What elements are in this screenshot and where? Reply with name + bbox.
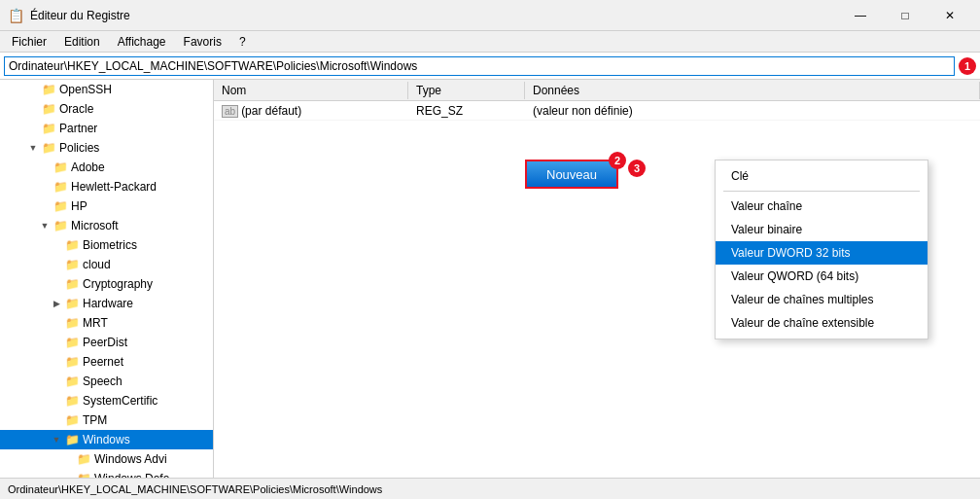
tree-item[interactable]: 📁Windows Advi [0,449,213,469]
tree-toggle-icon [39,200,51,212]
tree-label: Hewlett-Packard [71,180,157,194]
folder-icon: 📁 [65,413,80,427]
minimize-button[interactable]: — [838,0,883,31]
tree-item[interactable]: 📁MRT [0,313,213,333]
cell-data: (valeur non définie) [525,102,980,120]
context-menu-item[interactable]: Valeur chaîne [716,195,928,218]
folder-icon: 📁 [65,374,80,388]
tree-toggle-icon [39,161,51,173]
app-icon: 📋 [8,8,24,23]
folder-icon: 📁 [65,297,80,310]
tree-item[interactable]: 📁Biometrics [0,235,213,255]
status-bar: Ordinateur\HKEY_LOCAL_MACHINE\SOFTWARE\P… [0,478,980,499]
tree-item[interactable]: ▼📁Microsoft [0,216,213,235]
tree-item[interactable]: 📁Speech [0,372,213,391]
context-menu-separator [723,191,920,192]
context-menu-item[interactable]: Valeur de chaînes multiples [716,288,928,311]
tree-toggle-icon [51,337,62,348]
tree-item[interactable]: 📁Windows Defe [0,469,213,478]
tree-label: HP [71,199,88,213]
cell-name: ab(par défaut) [214,102,408,120]
context-menu-item[interactable]: Clé [716,164,928,188]
tree-label: MRT [83,316,108,330]
folder-icon: 📁 [42,83,56,96]
close-button[interactable]: ✕ [928,0,972,31]
tree-label: Biometrics [83,238,137,252]
tree-item[interactable]: 📁HP [0,196,213,216]
context-menu-item[interactable]: Valeur QWORD (64 bits) [716,265,928,288]
folder-icon: 📁 [65,238,80,252]
context-menu-item[interactable]: Valeur binaire [716,218,928,241]
badge-2: 2 [609,152,626,169]
tree-toggle-icon [27,84,39,95]
window-controls: — □ ✕ [838,0,972,31]
folder-icon: 📁 [77,472,91,478]
tree-item[interactable]: 📁Hewlett-Packard [0,177,213,196]
folder-icon: 📁 [65,394,80,408]
tree-item[interactable]: 📁PeerDist [0,333,213,352]
sidebar: 📁OpenSSH📁Oracle📁Partner▼📁Policies📁Adobe📁… [0,80,214,478]
context-menu-container: Nouveau 2 CléValeur chaîneValeur binaire… [525,160,618,189]
badge-3: 3 [628,160,646,177]
tree-label: Policies [59,141,99,155]
folder-icon: 📁 [77,452,91,466]
tree-item[interactable]: 📁TPM [0,410,213,430]
context-menu: CléValeur chaîneValeur binaireValeur DWO… [715,160,928,339]
status-text: Ordinateur\HKEY_LOCAL_MACHINE\SOFTWARE\P… [8,483,382,495]
menu-item-affichage[interactable]: Affichage [110,33,174,51]
tree-item[interactable]: 📁Cryptography [0,274,213,294]
folder-icon: 📁 [65,336,80,349]
tree-item[interactable]: 📁cloud [0,255,213,274]
folder-icon: 📁 [42,141,56,155]
context-menu-item[interactable]: Valeur DWORD 32 bits [716,241,928,265]
menu-item-favoris[interactable]: Favoris [176,33,229,51]
tree-toggle-icon [51,239,62,251]
menu-item-fichier[interactable]: Fichier [4,33,54,51]
tree-toggle-icon [27,123,39,134]
tree-toggle-icon: ▼ [51,434,62,446]
menu-item-edition[interactable]: Edition [56,33,108,51]
folder-icon: 📁 [53,180,68,194]
menu-item-?[interactable]: ? [231,33,254,51]
context-menu-item[interactable]: Valeur de chaîne extensible [716,311,928,335]
tree-item[interactable]: ▼📁Windows [0,430,213,449]
tree-toggle-icon [51,395,62,407]
tree-label: Windows Defe [94,472,169,478]
tree-toggle-icon [27,103,39,115]
tree-label: Windows [83,433,130,446]
tree-item[interactable]: ▶📁Hardware [0,294,213,313]
main-layout: 📁OpenSSH📁Oracle📁Partner▼📁Policies📁Adobe📁… [0,80,980,478]
tree-item[interactable]: 📁Partner [0,119,213,138]
tree-toggle-icon [51,278,62,290]
tree-item[interactable]: 📁Adobe [0,158,213,177]
table-row[interactable]: ab(par défaut)REG_SZ(valeur non définie) [214,101,980,121]
tree-toggle-icon [51,356,62,368]
content-area: NomTypeDonnées ab(par défaut)REG_SZ(vale… [214,80,980,478]
tree-item[interactable]: 📁Peernet [0,352,213,372]
nouveau-button[interactable]: Nouveau [525,160,618,189]
tree-toggle-icon [51,414,62,426]
tree-item[interactable]: ▼📁Policies [0,138,213,158]
folder-icon: 📁 [65,316,80,330]
tree-toggle-icon [51,375,62,387]
tree-label: Peernet [83,355,123,369]
tree-label: TPM [83,413,107,427]
tree-label: Adobe [71,160,105,174]
maximize-button[interactable]: □ [883,0,928,31]
badge-1: 1 [959,57,976,75]
folder-icon: 📁 [42,102,56,116]
tree-label: Partner [59,122,97,135]
folder-icon: 📁 [53,199,68,213]
tree-toggle-icon [62,473,74,478]
tree-item[interactable]: 📁OpenSSH [0,80,213,99]
tree-label: SystemCertific [83,394,158,408]
tree-label: PeerDist [83,336,127,349]
app-title: Éditeur du Registre [30,9,130,22]
tree-item[interactable]: 📁SystemCertific [0,391,213,410]
menu-bar: FichierEditionAffichageFavoris? [0,31,980,53]
tree-item[interactable]: 📁Oracle [0,99,213,119]
address-input[interactable] [4,56,955,76]
tree-label: Microsoft [71,219,119,232]
column-header-données: Données [525,82,980,99]
address-bar: 1 [0,53,980,80]
